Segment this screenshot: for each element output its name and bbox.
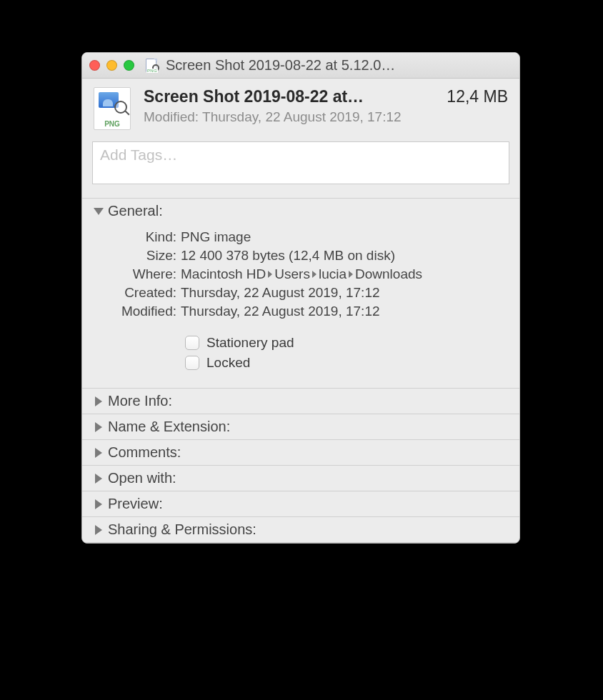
tags-field-container: [82, 141, 519, 198]
disclosure-triangle-icon: [95, 499, 102, 509]
section-title: More Info:: [108, 393, 172, 409]
file-name: Screen Shot 2019-08-22 at…: [144, 87, 437, 106]
disclosure-triangle-icon: [95, 474, 102, 484]
size-value: 12 400 378 bytes (12,4 MB on disk): [181, 248, 395, 264]
disclosure-triangle-icon: [94, 208, 104, 215]
section-header-more-info[interactable]: More Info:: [82, 389, 519, 414]
section-name-extension: Name & Extension:: [82, 414, 519, 439]
close-button[interactable]: [89, 60, 100, 71]
path-separator-icon: [349, 271, 353, 278]
disclosure-triangle-icon: [95, 448, 102, 458]
locked-label: Locked: [206, 355, 250, 371]
file-summary-text: Screen Shot 2019-08-22 at… 12,4 MB Modif…: [144, 87, 508, 125]
section-comments: Comments:: [82, 439, 519, 465]
zoom-button[interactable]: [124, 60, 134, 71]
section-header-general[interactable]: General:: [82, 199, 519, 224]
locked-checkbox[interactable]: [185, 356, 199, 370]
size-label: Size:: [89, 248, 181, 264]
stationery-pad-checkbox[interactable]: [185, 336, 199, 350]
section-title: Name & Extension:: [108, 419, 230, 435]
section-header-open-with[interactable]: Open with:: [82, 466, 519, 491]
path-segment: lucia: [319, 266, 347, 281]
file-icon-badge: PNG: [94, 120, 130, 128]
minimize-button[interactable]: [106, 60, 117, 71]
where-value: Macintosh HDUsersluciaDownloads: [181, 266, 422, 282]
section-header-name-extension[interactable]: Name & Extension:: [82, 414, 519, 439]
section-preview: Preview:: [82, 491, 519, 516]
section-header-comments[interactable]: Comments:: [82, 440, 519, 465]
path-segment: Users: [274, 266, 310, 281]
modified-value: Thursday, 22 August 2019, 17:12: [202, 109, 402, 124]
get-info-window: PNG Screen Shot 2019-08-22 at 5.12.0… PN…: [81, 52, 520, 544]
file-summary: PNG Screen Shot 2019-08-22 at… 12,4 MB M…: [82, 79, 519, 141]
modified-label: Modified:: [144, 109, 199, 124]
modified-label-general: Modified:: [89, 304, 181, 319]
file-modified-line: Modified: Thursday, 22 August 2019, 17:1…: [144, 109, 508, 125]
disclosure-triangle-icon: [95, 525, 102, 535]
section-open-with: Open with:: [82, 465, 519, 491]
file-icon: PNG: [94, 87, 131, 130]
section-title: Comments:: [108, 444, 181, 461]
created-label: Created:: [89, 285, 181, 301]
section-body-general: Kind: PNG image Size: 12 400 378 bytes (…: [82, 224, 519, 388]
section-sharing-permissions: Sharing & Permissions:: [82, 516, 519, 543]
tags-input[interactable]: [92, 141, 509, 184]
title-proxy-icon: PNG: [145, 59, 159, 73]
titlebar: PNG Screen Shot 2019-08-22 at 5.12.0…: [82, 53, 519, 79]
section-title: Sharing & Permissions:: [108, 521, 256, 538]
section-title: Preview:: [108, 496, 163, 512]
section-general: General: Kind: PNG image Size: 12 400 37…: [82, 198, 519, 388]
stationery-pad-label: Stationery pad: [206, 335, 294, 351]
window-title: Screen Shot 2019-08-22 at 5.12.0…: [166, 57, 512, 74]
disclosure-triangle-icon: [95, 396, 102, 406]
path-separator-icon: [312, 271, 317, 278]
section-title: Open with:: [108, 470, 176, 486]
path-segment: Macintosh HD: [181, 266, 266, 281]
kind-value: PNG image: [181, 229, 251, 245]
disclosure-triangle-icon: [95, 422, 102, 432]
kind-label: Kind:: [89, 229, 181, 245]
modified-value-general: Thursday, 22 August 2019, 17:12: [181, 304, 380, 319]
section-header-preview[interactable]: Preview:: [82, 491, 519, 516]
section-header-sharing-permissions[interactable]: Sharing & Permissions:: [82, 517, 519, 543]
path-separator-icon: [268, 271, 272, 278]
path-segment: Downloads: [355, 266, 422, 281]
created-value: Thursday, 22 August 2019, 17:12: [181, 285, 380, 301]
section-title: General:: [108, 203, 163, 219]
section-more-info: More Info:: [82, 388, 519, 414]
where-label: Where:: [89, 266, 181, 282]
file-size: 12,4 MB: [447, 87, 508, 106]
window-controls: [89, 60, 134, 71]
